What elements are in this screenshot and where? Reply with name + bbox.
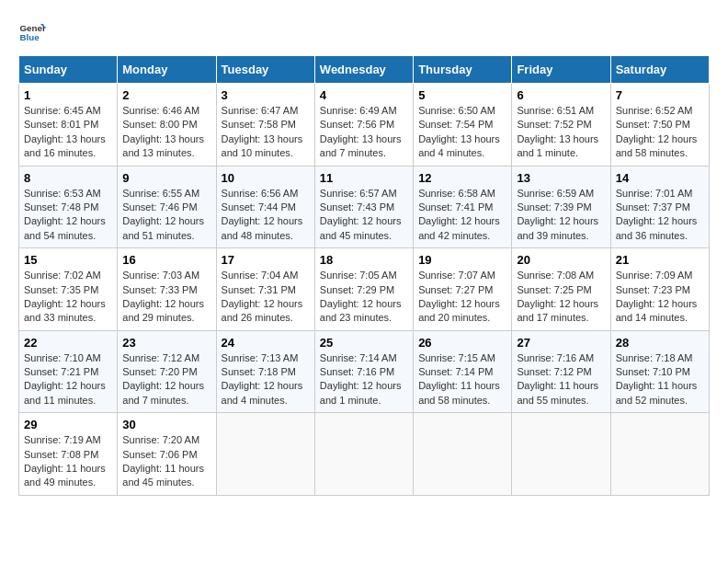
daylight-label: Daylight: 11 hours and 52 minutes. [616, 380, 698, 405]
sunrise-label: Sunrise: 7:09 AM [616, 270, 693, 281]
calendar-cell: 21 Sunrise: 7:09 AM Sunset: 7:23 PM Dayl… [610, 248, 709, 331]
sunset-label: Sunset: 7:06 PM [122, 449, 197, 460]
day-info: Sunrise: 7:04 AM Sunset: 7:31 PM Dayligh… [222, 269, 310, 326]
calendar-body: 1 Sunrise: 6:45 AM Sunset: 8:01 PM Dayli… [19, 84, 710, 496]
sunset-label: Sunset: 7:50 PM [616, 119, 690, 130]
daylight-label: Daylight: 12 hours and 23 minutes. [320, 298, 402, 323]
day-info: Sunrise: 7:20 AM Sunset: 7:06 PM Dayligh… [122, 433, 210, 490]
sunset-label: Sunset: 7:33 PM [122, 284, 197, 295]
weekday-header-row: SundayMondayTuesdayWednesdayThursdayFrid… [19, 56, 710, 84]
daylight-label: Daylight: 12 hours and 4 minutes. [222, 380, 303, 405]
day-number: 14 [616, 171, 704, 185]
sunrise-label: Sunrise: 6:53 AM [24, 188, 101, 199]
day-info: Sunrise: 6:53 AM Sunset: 7:48 PM Dayligh… [24, 187, 112, 244]
calendar-cell: 8 Sunrise: 6:53 AM Sunset: 7:48 PM Dayli… [19, 166, 118, 248]
day-info: Sunrise: 6:56 AM Sunset: 7:44 PM Dayligh… [222, 187, 310, 244]
sunrise-label: Sunrise: 6:59 AM [517, 188, 594, 199]
daylight-label: Daylight: 12 hours and 48 minutes. [222, 215, 303, 240]
day-number: 9 [122, 171, 210, 185]
day-number: 10 [222, 171, 310, 185]
day-number: 26 [418, 336, 506, 350]
sunset-label: Sunset: 7:44 PM [222, 201, 296, 213]
sunrise-label: Sunrise: 6:55 AM [122, 188, 199, 199]
sunset-label: Sunset: 7:31 PM [222, 284, 296, 295]
calendar-cell [610, 413, 709, 496]
day-number: 16 [122, 253, 210, 267]
sunrise-label: Sunrise: 6:50 AM [418, 105, 495, 116]
sunset-label: Sunset: 7:18 PM [222, 366, 296, 377]
day-number: 27 [517, 336, 605, 350]
day-number: 6 [517, 88, 605, 102]
daylight-label: Daylight: 11 hours and 55 minutes. [517, 380, 598, 405]
day-info: Sunrise: 7:03 AM Sunset: 7:33 PM Dayligh… [122, 269, 210, 326]
day-number: 25 [320, 336, 408, 350]
sunrise-label: Sunrise: 7:13 AM [222, 352, 299, 363]
sunrise-label: Sunrise: 6:58 AM [418, 188, 495, 199]
day-number: 29 [24, 418, 112, 431]
sunset-label: Sunset: 7:14 PM [418, 366, 493, 377]
sunrise-label: Sunrise: 6:46 AM [122, 105, 199, 116]
day-info: Sunrise: 7:18 AM Sunset: 7:10 PM Dayligh… [616, 351, 704, 408]
sunset-label: Sunset: 7:52 PM [517, 119, 591, 130]
calendar-cell [414, 413, 512, 496]
daylight-label: Daylight: 12 hours and 14 minutes. [616, 298, 698, 323]
sunset-label: Sunset: 8:01 PM [24, 119, 98, 130]
sunset-label: Sunset: 7:56 PM [320, 119, 394, 130]
sunrise-label: Sunrise: 7:07 AM [418, 270, 495, 281]
day-number: 28 [616, 336, 704, 350]
sunset-label: Sunset: 7:12 PM [517, 366, 591, 377]
daylight-label: Daylight: 11 hours and 58 minutes. [418, 380, 500, 405]
calendar-cell: 12 Sunrise: 6:58 AM Sunset: 7:41 PM Dayl… [414, 166, 512, 248]
sunset-label: Sunset: 7:37 PM [616, 201, 690, 213]
day-info: Sunrise: 7:19 AM Sunset: 7:08 PM Dayligh… [24, 433, 112, 490]
day-info: Sunrise: 7:12 AM Sunset: 7:20 PM Dayligh… [122, 351, 210, 408]
calendar-cell: 29 Sunrise: 7:19 AM Sunset: 7:08 PM Dayl… [19, 413, 118, 496]
page-header: General Blue [18, 18, 710, 46]
day-info: Sunrise: 6:51 AM Sunset: 7:52 PM Dayligh… [517, 104, 605, 161]
calendar-cell: 27 Sunrise: 7:16 AM Sunset: 7:12 PM Dayl… [512, 330, 610, 413]
sunset-label: Sunset: 7:54 PM [418, 119, 493, 130]
sunrise-label: Sunrise: 7:03 AM [122, 270, 199, 281]
sunrise-label: Sunrise: 7:14 AM [320, 352, 397, 363]
day-info: Sunrise: 7:07 AM Sunset: 7:27 PM Dayligh… [418, 269, 506, 326]
weekday-saturday: Saturday [610, 56, 709, 84]
calendar-week-3: 15 Sunrise: 7:02 AM Sunset: 7:35 PM Dayl… [19, 248, 710, 331]
sunrise-label: Sunrise: 7:01 AM [616, 188, 693, 199]
sunset-label: Sunset: 8:00 PM [122, 119, 197, 130]
calendar-cell: 1 Sunrise: 6:45 AM Sunset: 8:01 PM Dayli… [19, 84, 118, 167]
daylight-label: Daylight: 12 hours and 33 minutes. [24, 298, 106, 323]
calendar-cell: 23 Sunrise: 7:12 AM Sunset: 7:20 PM Dayl… [118, 330, 216, 413]
sunrise-label: Sunrise: 6:52 AM [616, 105, 693, 116]
day-info: Sunrise: 6:58 AM Sunset: 7:41 PM Dayligh… [418, 187, 506, 244]
day-number: 4 [320, 88, 408, 102]
sunrise-label: Sunrise: 7:19 AM [24, 434, 101, 445]
calendar-cell: 4 Sunrise: 6:49 AM Sunset: 7:56 PM Dayli… [314, 84, 413, 167]
sunrise-label: Sunrise: 7:12 AM [122, 352, 199, 363]
calendar-cell: 19 Sunrise: 7:07 AM Sunset: 7:27 PM Dayl… [414, 248, 512, 331]
day-number: 15 [24, 253, 112, 267]
day-number: 11 [320, 171, 408, 185]
calendar-cell: 10 Sunrise: 6:56 AM Sunset: 7:44 PM Dayl… [216, 166, 314, 248]
day-info: Sunrise: 6:50 AM Sunset: 7:54 PM Dayligh… [418, 104, 506, 161]
day-number: 13 [517, 171, 605, 185]
sunrise-label: Sunrise: 7:18 AM [616, 352, 693, 363]
day-info: Sunrise: 7:02 AM Sunset: 7:35 PM Dayligh… [24, 269, 112, 326]
sunset-label: Sunset: 7:35 PM [24, 284, 98, 295]
weekday-wednesday: Wednesday [314, 56, 413, 84]
day-number: 19 [418, 253, 506, 267]
weekday-monday: Monday [118, 56, 216, 84]
day-info: Sunrise: 6:46 AM Sunset: 8:00 PM Dayligh… [122, 104, 210, 161]
calendar-cell [314, 413, 413, 496]
day-number: 8 [24, 171, 112, 185]
calendar-cell: 15 Sunrise: 7:02 AM Sunset: 7:35 PM Dayl… [19, 248, 118, 331]
day-number: 7 [616, 88, 704, 102]
sunrise-label: Sunrise: 7:05 AM [320, 270, 397, 281]
daylight-label: Daylight: 12 hours and 17 minutes. [517, 298, 598, 323]
sunset-label: Sunset: 7:46 PM [122, 201, 197, 213]
day-number: 1 [24, 88, 112, 102]
calendar-week-4: 22 Sunrise: 7:10 AM Sunset: 7:21 PM Dayl… [19, 330, 710, 413]
sunrise-label: Sunrise: 6:51 AM [517, 105, 594, 116]
day-info: Sunrise: 6:45 AM Sunset: 8:01 PM Dayligh… [24, 104, 112, 161]
day-info: Sunrise: 6:52 AM Sunset: 7:50 PM Dayligh… [616, 104, 704, 161]
calendar-cell [512, 413, 610, 496]
